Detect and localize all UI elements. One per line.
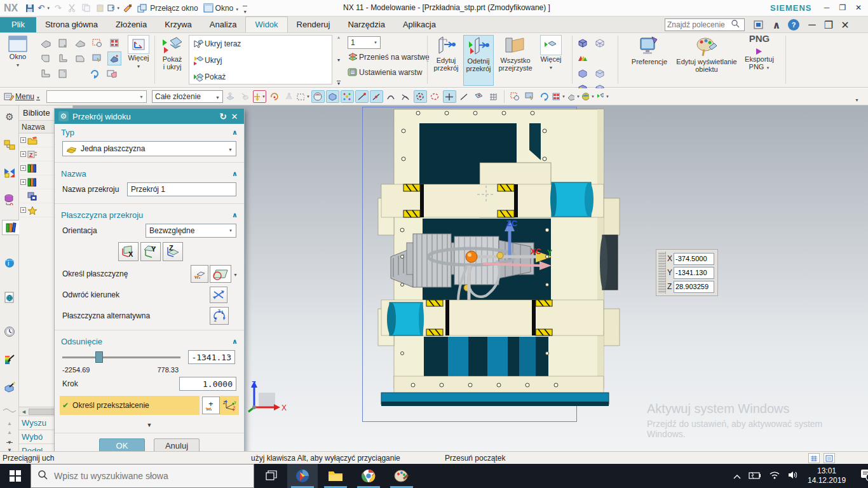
coordinate-tracker[interactable]: X -374.5000 Y -1341.130 Z 28.903259 <box>656 249 718 296</box>
export-png-button[interactable]: PNG Eksportuj PNG <box>740 35 779 72</box>
selection-filter-combo[interactable] <box>46 90 147 103</box>
coord-x-field[interactable]: -374.5000 <box>674 253 714 265</box>
tab-renderuj[interactable]: Renderuj <box>288 17 339 32</box>
task-view-button[interactable] <box>257 464 287 488</box>
fit-window-icon[interactable] <box>552 90 566 103</box>
section-name-field[interactable]: Przekrój 1 <box>127 182 236 196</box>
pan-view-icon[interactable] <box>523 90 536 103</box>
save-icon[interactable] <box>24 2 36 15</box>
gearbox-model[interactable]: ZC XC Y X <box>353 105 639 426</box>
tab-krzywa[interactable]: Krzywa <box>156 17 201 32</box>
hide-now-item[interactable]: Ukryj teraz <box>189 36 332 52</box>
tray-battery-icon[interactable] <box>749 470 761 482</box>
internet-explorer-icon[interactable]: i <box>2 255 17 271</box>
snap-quadrant-icon[interactable] <box>428 90 442 103</box>
window-icon[interactable] <box>203 3 214 13</box>
dialog-collapse-arrow[interactable]: ▼ <box>55 415 244 430</box>
coord-y-field[interactable]: -1341.130 <box>674 267 714 279</box>
move-to-layer-button[interactable]: Przenieś na warstwę <box>346 52 430 62</box>
snap-sphere-icon[interactable] <box>311 90 325 103</box>
export-icon[interactable] <box>107 2 120 15</box>
preferences-button[interactable]: Preferencje <box>625 35 674 65</box>
style-studio-icon[interactable] <box>593 67 607 81</box>
style-shaded-icon[interactable] <box>576 67 590 81</box>
tray-chevron-icon[interactable] <box>733 470 741 482</box>
taskbar-app-explorer[interactable] <box>320 464 351 488</box>
snap-existing-point-icon[interactable] <box>443 90 456 103</box>
offset-value-field[interactable]: -1341.13 <box>188 350 235 364</box>
dialog-reset-icon[interactable]: ↻ <box>217 111 229 121</box>
section-header-plaszczyzna[interactable]: Płaszczyzna przekroju <box>55 207 244 222</box>
window-menu-label[interactable]: Okno <box>215 4 240 13</box>
app-minimize-button[interactable]: ─ <box>820 2 834 13</box>
tab-zlozenia[interactable]: Złożenia <box>107 17 156 32</box>
dialog-title-bar[interactable]: ⚙ Przekrój widoku ↻ ✕ <box>55 109 244 124</box>
menu-button[interactable]: Menu <box>3 92 40 101</box>
rotate-icon[interactable] <box>538 90 551 103</box>
assembly-navigator-icon[interactable] <box>2 137 17 152</box>
taskbar-search[interactable] <box>31 464 254 488</box>
collapse-ribbon-icon[interactable]: ∧ <box>770 19 783 30</box>
taskbar-app-nx[interactable] <box>287 464 318 488</box>
switch-window-label[interactable]: Przełącz okno <box>150 4 198 13</box>
coord-z-field[interactable]: 28.903259 <box>674 281 714 293</box>
offset-slider-handle[interactable] <box>95 351 103 363</box>
plane-y-button[interactable]: Y <box>140 242 161 261</box>
constraint-navigator-icon[interactable] <box>2 165 17 180</box>
snap-enable-icon[interactable] <box>341 90 354 103</box>
refresh-view-icon[interactable] <box>88 67 102 81</box>
status-grid-icon[interactable] <box>808 453 820 463</box>
move-handle-icon[interactable] <box>282 90 295 103</box>
plane-x-button[interactable]: X <box>118 242 139 261</box>
snap-point-on-curve-icon[interactable] <box>458 90 471 103</box>
view-left-icon[interactable] <box>56 51 70 65</box>
history-clock-icon[interactable] <box>2 324 17 339</box>
cut-icon[interactable] <box>65 2 78 15</box>
selbar-overflow[interactable] <box>855 95 859 104</box>
fullscreen-icon[interactable] <box>752 19 764 30</box>
edit-section-button[interactable]: Edytuj przekrój <box>430 35 462 72</box>
taskbar-search-input[interactable] <box>54 471 232 481</box>
reverse-direction-button[interactable] <box>210 287 227 303</box>
all-transparent-button[interactable]: Wszystko przejrzyste <box>495 35 536 72</box>
alternate-plane-button[interactable]: 123 <box>210 307 229 325</box>
snap-center-icon[interactable] <box>414 90 427 103</box>
plane-z-button[interactable]: Z <box>163 242 183 261</box>
copy-icon[interactable] <box>79 2 92 15</box>
window-big-button[interactable]: Okno <box>4 35 32 69</box>
gallery-expand-arrow[interactable]: ▼ <box>337 81 341 86</box>
view-bottom-icon[interactable] <box>39 67 53 81</box>
tray-wifi-icon[interactable] <box>769 470 780 482</box>
snap-endpoint-icon[interactable] <box>355 90 369 103</box>
material-wand-icon[interactable] <box>2 352 17 367</box>
section-header-typ[interactable]: Typ <box>55 124 244 140</box>
undo-icon[interactable]: ↶ <box>37 2 50 15</box>
specify-plane-dropdown[interactable] <box>233 269 238 278</box>
gallery-down-arrow[interactable]: ▼ <box>337 58 341 62</box>
snap-grid-icon[interactable] <box>487 90 500 103</box>
view-back-icon[interactable] <box>56 67 70 81</box>
redo-icon[interactable]: ↷ <box>51 2 64 15</box>
orientation-dropdown[interactable]: Bezwzględne <box>146 224 236 238</box>
style-artistic-icon[interactable] <box>576 51 590 65</box>
dialog-close-icon[interactable]: ✕ <box>229 112 240 121</box>
snap-midpoint-icon[interactable] <box>370 90 383 103</box>
find-command-input[interactable] <box>667 20 731 29</box>
system-scene-wand-icon[interactable] <box>2 380 17 395</box>
pan-icon[interactable] <box>90 51 104 65</box>
view-orient-icon[interactable] <box>567 90 580 103</box>
type-dropdown[interactable]: Jedna płaszczyzna <box>62 141 236 156</box>
brush-icon[interactable] <box>121 2 134 15</box>
tracker-drag-handle[interactable] <box>658 252 666 294</box>
snap-point-on-face-icon[interactable] <box>472 90 485 103</box>
ribbon-minimize-button[interactable]: ─ <box>806 19 818 30</box>
notification-center-icon[interactable]: 1 <box>860 469 868 484</box>
help-icon[interactable]: ? <box>788 19 799 30</box>
cancel-button[interactable]: Anuluj <box>154 438 200 452</box>
edit-object-display-button[interactable]: Edytuj wyświetlanie obiektu <box>675 35 738 73</box>
status-window-icon[interactable] <box>824 453 835 463</box>
section-header-odsuniecie[interactable]: Odsunięcie <box>55 333 244 349</box>
snap-point-filter-icon[interactable] <box>253 90 266 103</box>
render-style-icon[interactable] <box>581 90 595 103</box>
web-browser-icon[interactable] <box>2 290 17 305</box>
